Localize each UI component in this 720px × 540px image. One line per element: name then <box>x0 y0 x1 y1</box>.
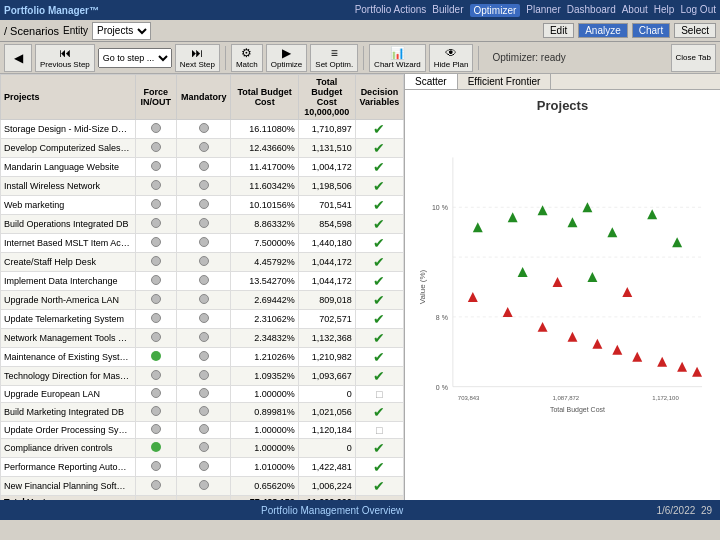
project-decision-var[interactable]: ✔ <box>355 403 403 422</box>
top-navbar: Portfolio Manager™ Portfolio Actions Bui… <box>0 0 720 20</box>
project-decision-var[interactable]: ✔ <box>355 348 403 367</box>
project-decision-var[interactable]: ✔ <box>355 177 403 196</box>
optimize-label: Optimize <box>271 60 303 69</box>
svg-text:703,843: 703,843 <box>458 395 480 401</box>
nav-logout[interactable]: Log Out <box>680 4 716 17</box>
project-force[interactable] <box>135 439 176 458</box>
project-decision-var[interactable]: ✔ <box>355 120 403 139</box>
optimize-icon: ▶ <box>282 46 291 60</box>
nav-portfolio-actions[interactable]: Portfolio Actions <box>355 4 427 17</box>
project-decision-var[interactable]: ✔ <box>355 291 403 310</box>
scatter-point-red-8 <box>657 357 667 367</box>
project-force[interactable] <box>135 422 176 439</box>
project-mandatory <box>177 253 231 272</box>
nav-arrows[interactable]: ◀ <box>4 44 32 72</box>
chart-title: Projects <box>413 98 712 113</box>
project-force[interactable] <box>135 367 176 386</box>
optimize-button[interactable]: ▶ Optimize <box>266 44 308 72</box>
project-decision-var[interactable]: ✔ <box>355 253 403 272</box>
chart-button[interactable]: Chart <box>632 23 670 38</box>
select-button[interactable]: Select <box>674 23 716 38</box>
toolbar-separator-1 <box>225 46 226 70</box>
checkmark-icon: ✔ <box>373 478 385 494</box>
entity-select[interactable]: Projects <box>92 22 151 40</box>
scatter-point-red-10 <box>692 367 702 377</box>
svg-text:Value (%): Value (%) <box>418 269 427 304</box>
project-force[interactable] <box>135 403 176 422</box>
project-force[interactable] <box>135 458 176 477</box>
close-tab-button[interactable]: Close Tab <box>671 44 716 72</box>
previous-step-button[interactable]: ⏮ Previous Step <box>35 44 95 72</box>
next-step-button[interactable]: ⏭ Next Step <box>175 44 220 72</box>
edit-button[interactable]: Edit <box>543 23 574 38</box>
nav-planner[interactable]: Planner <box>526 4 560 17</box>
project-decision-var[interactable]: ✔ <box>355 234 403 253</box>
go-to-step-select[interactable]: Go to step ... <box>98 48 172 68</box>
table-row: Performance Reporting Automation1.01000%… <box>1 458 404 477</box>
project-force[interactable] <box>135 272 176 291</box>
project-force[interactable] <box>135 158 176 177</box>
analyze-button[interactable]: Analyze <box>578 23 628 38</box>
hide-plan-button[interactable]: 👁 Hide Plan <box>429 44 474 72</box>
nav-help[interactable]: Help <box>654 4 675 17</box>
force-empty-indicator <box>151 218 161 228</box>
project-decision-var[interactable]: ✔ <box>355 196 403 215</box>
project-decision-var[interactable]: ✔ <box>355 158 403 177</box>
tab-scatter[interactable]: Scatter <box>405 74 458 89</box>
project-force[interactable] <box>135 310 176 329</box>
project-force[interactable] <box>135 253 176 272</box>
scatter-point-red-9 <box>677 362 687 372</box>
nav-builder[interactable]: Builder <box>432 4 463 17</box>
project-force[interactable] <box>135 215 176 234</box>
project-force[interactable] <box>135 329 176 348</box>
force-empty-indicator <box>151 424 161 434</box>
project-force[interactable] <box>135 477 176 496</box>
table-row: Update Telemarketing System2.31062%702,5… <box>1 310 404 329</box>
project-name: Performance Reporting Automation <box>1 458 136 477</box>
project-force[interactable] <box>135 120 176 139</box>
project-decision-var[interactable]: ✔ <box>355 458 403 477</box>
project-force[interactable] <box>135 291 176 310</box>
project-name: Internet Based MSLT Item Acc. VPN <box>1 234 136 253</box>
project-force[interactable] <box>135 348 176 367</box>
tab-efficient-frontier[interactable]: Efficient Frontier <box>458 74 552 89</box>
force-empty-indicator <box>151 237 161 247</box>
chart-wizard-button[interactable]: 📊 Chart Wizard <box>369 44 426 72</box>
project-force[interactable] <box>135 177 176 196</box>
project-budget: 1,210,982 <box>298 348 355 367</box>
project-force[interactable] <box>135 386 176 403</box>
chart-area: Projects Value (%) 0 % 8 % 10 % <box>405 90 720 500</box>
table-row: Upgrade European LAN1.00000%0□ <box>1 386 404 403</box>
mandatory-indicator <box>199 313 209 323</box>
table-row: Technology Direction for Mass Print1.093… <box>1 367 404 386</box>
project-force[interactable] <box>135 234 176 253</box>
project-force[interactable] <box>135 196 176 215</box>
project-force[interactable] <box>135 139 176 158</box>
project-decision-var[interactable]: ✔ <box>355 439 403 458</box>
project-decision-var[interactable]: ✔ <box>355 310 403 329</box>
table-row: Upgrade North-America LAN2.69442%809,018… <box>1 291 404 310</box>
force-empty-indicator <box>151 480 161 490</box>
hide-plan-label: Hide Plan <box>434 60 469 69</box>
table-row: Network Management Tools Framework2.3483… <box>1 329 404 348</box>
set-optim-button[interactable]: ≡ Set Optim. <box>310 44 358 72</box>
toolbar-separator-2 <box>363 46 364 70</box>
project-decision-var[interactable]: □ <box>355 386 403 403</box>
project-decision-var[interactable]: ✔ <box>355 329 403 348</box>
project-decision-var[interactable]: ✔ <box>355 272 403 291</box>
optimizer-status: Optimizer: ready <box>492 52 667 63</box>
project-decision-var[interactable]: ✔ <box>355 139 403 158</box>
project-decision-var[interactable]: ✔ <box>355 367 403 386</box>
project-decision-var[interactable]: □ <box>355 422 403 439</box>
match-button[interactable]: ⚙ Match <box>231 44 263 72</box>
nav-about[interactable]: About <box>622 4 648 17</box>
col-header-decision: Decision Variables <box>355 75 403 120</box>
force-empty-indicator <box>151 275 161 285</box>
nav-optimizer[interactable]: Optimizer <box>470 4 521 17</box>
svg-text:10 %: 10 % <box>432 204 448 211</box>
nav-dashboard[interactable]: Dashboard <box>567 4 616 17</box>
project-decision-var[interactable]: ✔ <box>355 215 403 234</box>
project-name: Storage Design - Mid-Size Data Cent <box>1 120 136 139</box>
project-budget-pct: 1.01000% <box>231 458 298 477</box>
project-decision-var[interactable]: ✔ <box>355 477 403 496</box>
